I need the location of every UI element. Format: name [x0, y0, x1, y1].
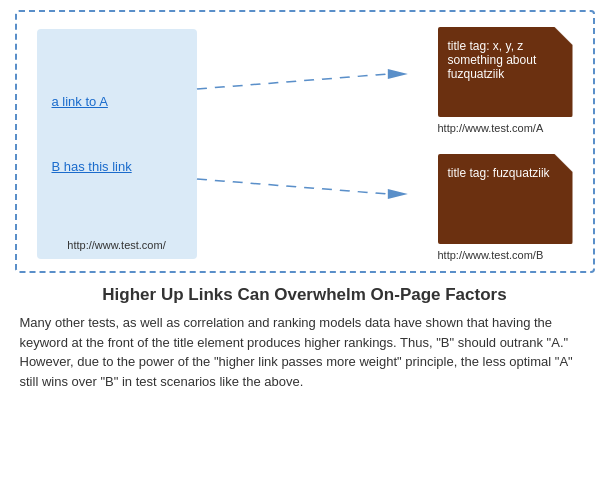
- arrows-svg: [197, 29, 438, 259]
- right-page-b-url: http://www.test.com/B: [438, 249, 544, 261]
- right-page-a-url: http://www.test.com/A: [438, 122, 544, 134]
- right-page-a-wrapper: title tag: x, y, z something about fuzqu…: [438, 27, 573, 134]
- right-page-a-title: title tag: x, y, z something about fuzqu…: [448, 39, 537, 81]
- svg-line-0: [197, 74, 388, 89]
- section-title: Higher Up Links Can Overwhelm On-Page Fa…: [20, 285, 590, 305]
- link-a[interactable]: a link to A: [52, 94, 182, 109]
- right-page-a: title tag: x, y, z something about fuzqu…: [438, 27, 573, 117]
- svg-marker-3: [387, 189, 407, 199]
- right-pages: title tag: x, y, z something about fuzqu…: [438, 27, 573, 261]
- right-page-b: title tag: fuzquatziik: [438, 154, 573, 244]
- svg-marker-1: [387, 69, 407, 79]
- left-page-url: http://www.test.com/: [67, 239, 165, 251]
- diagram-container: a link to A B has this link http://www.t…: [15, 10, 595, 273]
- right-page-b-title: title tag: fuzquatziik: [448, 166, 550, 180]
- arrows-area: [197, 29, 438, 259]
- section-body: Many other tests, as well as correlation…: [20, 313, 590, 391]
- left-page: a link to A B has this link http://www.t…: [37, 29, 197, 259]
- text-section: Higher Up Links Can Overwhelm On-Page Fa…: [15, 285, 595, 391]
- link-b[interactable]: B has this link: [52, 159, 182, 174]
- svg-line-2: [197, 179, 388, 194]
- right-page-b-wrapper: title tag: fuzquatziik http://www.test.c…: [438, 154, 573, 261]
